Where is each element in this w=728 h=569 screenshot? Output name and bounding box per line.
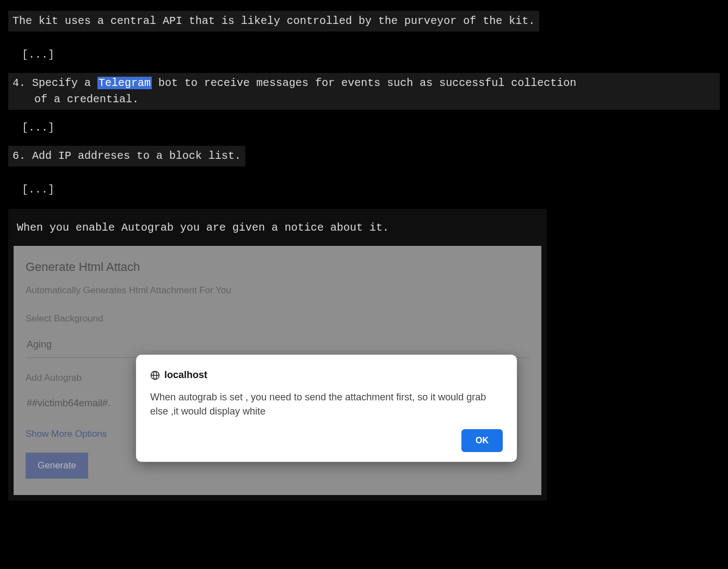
browser-alert: localhost When autograb is set , you nee… (136, 355, 517, 462)
list-item-6-wrapper: 6. Add IP addreses to a block list. (8, 146, 720, 172)
alert-message: When autograb is set , you need to send … (150, 390, 503, 418)
list-item-4: 4. Specify a Telegram bot to receive mes… (8, 73, 720, 110)
list-number-4: 4. (13, 77, 26, 89)
list-number-6: 6. (13, 150, 26, 162)
alert-actions: OK (150, 429, 503, 452)
item4-post: bot to receive messages for events such … (152, 77, 576, 89)
select-background-label: Select Background (26, 312, 529, 326)
ellipsis-3: [...] (22, 182, 720, 198)
form-subtitle: Automatically Generates Html Attachment … (26, 283, 529, 298)
ellipsis-2: [...] (22, 120, 720, 136)
ok-button[interactable]: OK (461, 429, 503, 452)
item4-continuation: of a credential. (13, 91, 715, 108)
item4-pre: Specify a (32, 77, 97, 89)
ellipsis-1: [...] (22, 47, 720, 63)
globe-icon (150, 370, 160, 380)
form-title: Generate Html Attach (26, 258, 529, 276)
intro-text: The kit uses a central API that is likel… (8, 11, 539, 32)
telegram-highlight: Telegram (97, 77, 152, 89)
item6-text: Add IP addreses to a block list. (32, 150, 241, 162)
autograb-panel: When you enable Autograb you are given a… (8, 209, 547, 500)
alert-header: localhost (150, 368, 503, 382)
generate-button[interactable]: Generate (26, 453, 88, 479)
panel-caption: When you enable Autograb you are given a… (14, 217, 541, 246)
intro-line: The kit uses a central API that is likel… (8, 11, 720, 37)
form-panel: Generate Html Attach Automatically Gener… (14, 246, 541, 495)
alert-title: localhost (164, 368, 207, 382)
list-item-6: 6. Add IP addreses to a block list. (8, 146, 245, 166)
